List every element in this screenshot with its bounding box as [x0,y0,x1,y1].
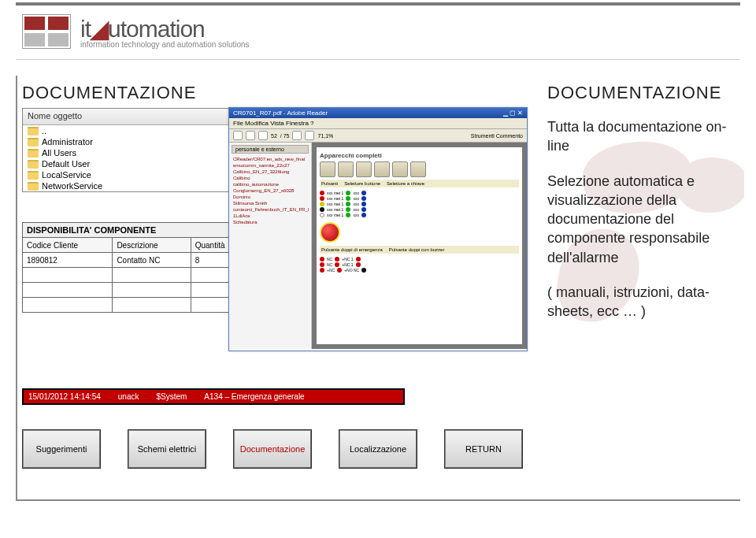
mail-icon[interactable] [258,131,268,140]
datasheet-rows-2: NC+NC 1 NC+NC 1 +NC+NO NC [320,257,519,273]
brand-rest: utomation [108,16,205,42]
page-number: 52 [271,133,277,139]
bookmark-group[interactable]: personale e esterno [232,145,309,154]
para-3: ( manuali, istruzioni, data-sheets, ecc … [547,283,739,321]
logo-mark [22,14,71,49]
pdf-page-area[interactable]: Apparecchi completi Pulsanti Selettore b… [312,143,527,349]
alarm-timestamp: 15/01/2012 14:14:54 [28,392,101,401]
folder-icon [28,138,39,147]
btn-localizzazione[interactable]: Localizzazione [339,429,417,469]
window-controls-icon[interactable]: ▁ ▢ ✕ [503,109,523,117]
product-images [320,161,519,177]
folder-icon [28,171,39,180]
heading-left: DOCUMENTAZIONE [22,83,405,103]
bookmark-item[interactable]: Conglomerng_EN_27_s6028 [232,187,309,194]
brand-it: it [80,16,91,42]
bookmark-item[interactable]: conteorci_Fehrenbuch_IT_EN_FR_DE_ES [232,206,309,213]
col-descrizione: Descrizione [113,238,191,253]
emergency-stop-icon [320,222,340,243]
bookmark-item[interactable]: Calibino_EN_27_3226long [232,169,309,175]
nav-buttons: Suggerimenti Schemi elettrici Documentaz… [22,429,523,469]
fb-col-header: Nome oggetto [28,111,82,122]
para-2: Selezione automatica e visualizzazione d… [547,172,739,267]
alarm-message: A134 – Emergenza generale [204,392,304,401]
heading-right: DOCUMENTAZIONE [547,83,739,103]
btn-suggerimenti[interactable]: Suggerimenti [22,429,101,469]
folder-icon [28,160,39,169]
zoom-value: 71,1% [317,133,333,139]
datasheet-rows: xxx met 1xxx xxx met 1xxx xxx met 1xxx x… [320,191,519,217]
col-codice: Codice Cliente [23,238,113,253]
para-1: Tutta la documentazione on-line [547,117,739,156]
bookmark-item[interactable]: CReader/CR07:en_ads_new_final [232,156,309,162]
bookmark-item[interactable]: calibino_automazione [232,181,309,187]
alarm-banner: 15/01/2012 14:14:54 unack $System A134 –… [22,388,405,405]
pdf-viewer-window[interactable]: CR0701_R07.pdf - Adobe Reader▁ ▢ ✕ File … [228,107,528,351]
bookmark-item[interactable]: ensocomm_sannite_22x27 [232,162,309,169]
folder-icon [28,182,39,191]
pdf-menu-bar[interactable]: File Modifica Vista Finestra ? [229,118,527,129]
bookmark-item[interactable]: 1LdiAce [232,213,309,219]
brand-tagline: information technology and automation so… [80,40,250,49]
alarm-source: $System [156,392,187,401]
bookmark-item[interactable]: Schedatura [232,219,309,225]
bookmark-item[interactable]: Stilrisorsa Smith [232,200,309,206]
folder-icon [28,127,39,135]
bookmark-item[interactable]: Calibino [232,175,309,181]
logo-slash-icon: ◢ [91,16,108,42]
zoom-out-icon[interactable] [292,131,302,140]
brand-logo: it◢utomation information technology and … [22,14,250,49]
pdf-page-heading: Apparecchi completi [320,152,519,159]
bookmark-item[interactable]: Dominio [232,194,309,200]
alarm-state: unack [118,392,139,401]
print-icon[interactable] [246,131,255,140]
section-headers-2: Pulsante doppi di emergenza Pulsante dop… [320,246,519,254]
btn-documentazione[interactable]: Documentazione [233,429,312,469]
section-headers: Pulsanti Selettore bottone Selettore a c… [320,180,519,187]
folder-icon [28,149,39,158]
pdf-bookmarks-pane[interactable]: personale e esterno CReader/CR07:en_ads_… [229,143,312,349]
pdf-toolbar[interactable]: 52 / 75 71,1% Strumenti Commento [229,129,527,143]
btn-schemi[interactable]: Schemi elettrici [128,429,206,469]
zoom-in-icon[interactable] [305,131,314,140]
open-icon[interactable] [233,131,243,140]
pdf-tools-link[interactable]: Strumenti Commento [471,133,523,139]
btn-return[interactable]: RETURN [444,429,523,469]
pdf-window-title: CR0701_R07.pdf - Adobe Reader [233,109,328,117]
